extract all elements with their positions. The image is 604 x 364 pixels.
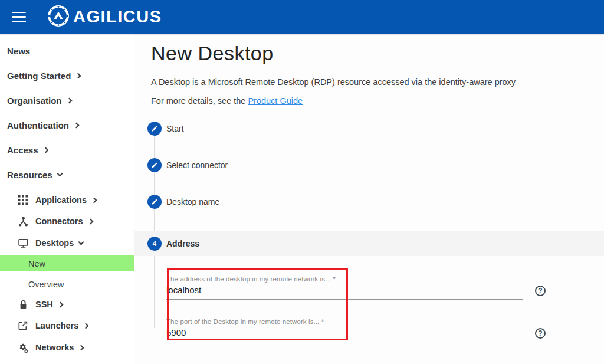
back-button[interactable]: Back <box>172 360 203 364</box>
chevron-right-icon <box>66 98 72 104</box>
app-header: AGILICUS <box>0 0 604 34</box>
chevron-down-icon <box>78 240 84 245</box>
gears-icon <box>18 342 28 353</box>
brand-logo[interactable]: AGILICUS <box>47 5 162 29</box>
device-hub-icon <box>18 216 28 227</box>
step-select-connector[interactable]: Select connector <box>134 158 604 172</box>
wizard-stepper: Start Select connector Desktop name 4 Ad… <box>134 122 604 316</box>
sidebar-item-label: Resources <box>7 170 52 180</box>
step-number-badge: 4 <box>147 237 162 251</box>
chevron-down-icon <box>57 171 63 177</box>
sidebar-item-label: Getting Started <box>7 71 71 81</box>
port-field-label: The port of the Desktop in my remote net… <box>166 318 523 325</box>
edit-icon <box>147 122 162 136</box>
sidebar-item-label: Overview <box>28 280 64 289</box>
product-guide-link[interactable]: Product Guide <box>248 96 303 106</box>
sidebar-item-organisation[interactable]: Organisation <box>0 93 134 107</box>
brand-name: AGILICUS <box>73 7 162 27</box>
sidebar-item-label: Organisation <box>7 96 62 106</box>
port-input[interactable] <box>166 327 523 337</box>
menu-icon[interactable] <box>12 12 26 22</box>
desktop-icon <box>18 238 28 248</box>
step-start[interactable]: Start <box>134 122 604 136</box>
step-label: Address <box>166 239 199 248</box>
chevron-right-icon <box>57 302 63 308</box>
step-desktop-name[interactable]: Desktop name <box>134 195 604 209</box>
sidebar-item-new[interactable]: New <box>0 255 134 271</box>
main-content: New Desktop A Desktop is a Microsoft Rem… <box>134 34 604 364</box>
chevron-right-icon <box>74 123 80 129</box>
sidebar-item-label: Networks <box>35 343 74 352</box>
lock-icon <box>18 299 28 310</box>
sidebar-item-label: Authentication <box>7 120 69 130</box>
sidebar-item-authentication[interactable]: Authentication <box>0 118 134 132</box>
sidebar-item-ssh[interactable]: SSH <box>0 297 134 311</box>
stepper-actions: Back Next <box>166 360 604 364</box>
sidebar-item-access[interactable]: Access <box>0 143 134 157</box>
address-field[interactable]: The address of the desktop in my remote … <box>166 276 523 300</box>
sidebar-item-launchers[interactable]: Launchers <box>0 319 134 333</box>
step-label: Desktop name <box>166 197 219 206</box>
chevron-right-icon <box>78 345 84 351</box>
edit-icon <box>147 158 162 172</box>
sidebar-item-label: Applications <box>35 195 87 205</box>
sidebar-item-label: New <box>28 259 45 268</box>
address-field-label: The address of the desktop in my remote … <box>166 276 523 283</box>
step-label: Select connector <box>166 160 228 170</box>
address-input[interactable] <box>166 285 523 295</box>
sidebar-item-label: News <box>7 46 30 56</box>
chevron-right-icon <box>42 147 48 153</box>
step-label: Start <box>166 124 184 133</box>
sidebar-item-connectors[interactable]: Connectors <box>0 214 134 228</box>
help-icon[interactable]: ? <box>535 328 546 339</box>
sidebar-item-applications[interactable]: Applications <box>0 193 134 207</box>
next-button[interactable]: Next <box>217 360 247 364</box>
agilicus-logo-icon <box>47 5 70 29</box>
chevron-right-icon <box>87 219 93 225</box>
chevron-right-icon <box>76 73 81 79</box>
sidebar-item-label: Connectors <box>35 217 83 226</box>
sidebar-item-label: Launchers <box>35 321 78 330</box>
sidebar-item-label: SSH <box>35 300 53 309</box>
sidebar-item-getting-started[interactable]: Getting Started <box>0 68 134 83</box>
address-step-content: The address of the desktop in my remote … <box>134 276 604 364</box>
step-address[interactable]: 4 Address <box>134 231 604 256</box>
details-prefix: For more details, see the <box>151 96 248 106</box>
sidebar-item-desktops[interactable]: Desktops <box>0 236 134 250</box>
sidebar-item-networks[interactable]: Networks <box>0 340 134 355</box>
help-icon[interactable]: ? <box>535 286 546 296</box>
chevron-right-icon <box>83 323 89 329</box>
page-title: New Desktop <box>151 42 604 65</box>
details-line: For more details, see the Product Guide <box>151 96 604 106</box>
launch-icon <box>18 320 28 331</box>
edit-icon <box>147 195 162 209</box>
sidebar-item-overview[interactable]: Overview <box>0 277 134 291</box>
step-number: 4 <box>153 240 157 248</box>
page-description: A Desktop is a Microsoft Remote Desktop … <box>151 77 604 87</box>
chevron-right-icon <box>91 198 97 204</box>
sidebar-item-label: Access <box>7 145 38 155</box>
apps-grid-icon <box>18 195 28 205</box>
sidebar-item-resources[interactable]: Resources <box>0 168 134 182</box>
sidebar-item-news[interactable]: News <box>0 44 134 58</box>
port-field[interactable]: The port of the Desktop in my remote net… <box>166 318 523 342</box>
sidebar: News Getting Started Organisation Authen… <box>0 34 134 364</box>
sidebar-item-label: Desktops <box>35 238 74 248</box>
